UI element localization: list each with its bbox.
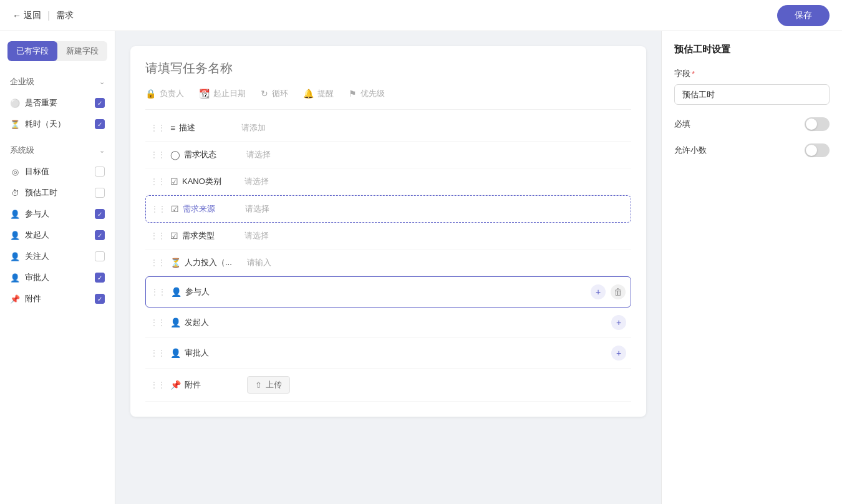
add-button[interactable]: +: [611, 346, 626, 361]
row-value[interactable]: 请添加: [241, 122, 626, 133]
upload-button[interactable]: ⇧ 上传: [247, 376, 290, 394]
drag-handle[interactable]: ⋮⋮: [150, 177, 165, 186]
drag-handle[interactable]: ⋮⋮: [150, 258, 165, 267]
section-enterprise[interactable]: 企业级 ⌄: [0, 71, 115, 92]
drag-handle[interactable]: ⋮⋮: [151, 288, 166, 296]
decimal-toggle[interactable]: [805, 143, 830, 157]
field-label: 附件: [25, 293, 41, 304]
chevron-down-icon: ⌄: [99, 78, 105, 86]
quick-field-reminder[interactable]: 🔔 提醒: [303, 88, 334, 99]
row-value[interactable]: 请选择: [244, 230, 626, 241]
row-effort: ⋮⋮ ⏳ 人力投入（... 请输入: [145, 250, 631, 276]
nav-title: 需求: [56, 10, 74, 21]
field-attachment-checkbox[interactable]: [95, 294, 105, 304]
row-approver: ⋮⋮ 👤 审批人 +: [145, 338, 631, 369]
field-follower[interactable]: 👤 关注人: [0, 246, 115, 267]
back-button[interactable]: ← 返回: [12, 10, 41, 21]
quick-field-cycle[interactable]: ↻ 循环: [261, 88, 288, 99]
field-participant-checkbox[interactable]: [95, 209, 105, 219]
delete-button[interactable]: 🗑: [611, 284, 626, 299]
row-label: 需求来源: [183, 203, 245, 215]
section-system[interactable]: 系统级 ⌄: [0, 140, 115, 161]
field-approver-checkbox[interactable]: [95, 273, 105, 283]
bell-icon: 🔔: [303, 89, 314, 99]
person-icon: 👤: [170, 317, 181, 327]
clock-icon: ⏱: [10, 188, 20, 198]
field-duration[interactable]: ⏳ 耗时（天）: [0, 114, 115, 135]
field-follower-checkbox[interactable]: [95, 251, 105, 261]
row-label: 参与人: [185, 286, 248, 298]
tab-new-field[interactable]: 新建字段: [57, 41, 107, 61]
row-label: 需求状态: [184, 149, 246, 160]
required-star: *: [692, 69, 695, 79]
cycle-icon: ↻: [261, 89, 268, 99]
quick-fields: 🔒 负责人 📆 起止日期 ↻ 循环 🔔 提醒 ⚑ 优先级: [145, 88, 631, 110]
row-value[interactable]: 请选择: [245, 203, 626, 215]
target-icon: ◎: [10, 167, 20, 177]
drag-handle[interactable]: ⋮⋮: [150, 349, 165, 357]
drag-handle[interactable]: ⋮⋮: [150, 231, 165, 240]
flag-icon: ⚑: [349, 89, 357, 99]
field-label: 关注人: [25, 251, 49, 262]
right-panel: 预估工时设置 字段 * 必填 允许小数: [661, 31, 842, 504]
row-actions: +: [611, 346, 626, 361]
tab-existing-fields[interactable]: 已有字段: [7, 41, 57, 61]
drag-handle[interactable]: ⋮⋮: [150, 318, 165, 327]
field-duration-checkbox[interactable]: [95, 119, 105, 129]
quick-field-label: 起止日期: [213, 88, 246, 99]
field-initiator[interactable]: 👤 发起人: [0, 225, 115, 246]
field-target-val[interactable]: ◎ 目标值: [0, 161, 115, 182]
drag-handle[interactable]: ⋮⋮: [150, 380, 165, 389]
row-status: ⋮⋮ ◯ 需求状态 请选择: [145, 142, 631, 168]
time-icon: ⏳: [10, 119, 20, 129]
panel-field-input[interactable]: [674, 84, 830, 105]
top-nav: ← 返回 | 需求 保存: [0, 0, 842, 31]
center-content: 🔒 负责人 📆 起止日期 ↻ 循环 🔔 提醒 ⚑ 优先级: [115, 31, 661, 504]
field-participant[interactable]: 👤 参与人: [0, 203, 115, 225]
form-rows: ⋮⋮ ≡ 描述 请添加 ⋮⋮ ◯ 需求状态 请选择 ⋮⋮ ☑ KANO类别: [145, 115, 631, 402]
row-actions: + 🗑: [591, 284, 626, 299]
field-label: 是否重要: [25, 97, 57, 109]
field-important-checkbox[interactable]: [95, 98, 105, 108]
quick-field-label: 优先级: [361, 88, 385, 99]
row-actions: +: [611, 315, 626, 330]
field-initiator-checkbox[interactable]: [95, 230, 105, 240]
field-attachment[interactable]: 📌 附件: [0, 288, 115, 309]
upload-icon: ⇧: [255, 380, 262, 390]
row-attachment: ⋮⋮ 📌 附件 ⇧ 上传: [145, 369, 631, 402]
row-value[interactable]: 请输入: [247, 257, 626, 268]
quick-field-date[interactable]: 📆 起止日期: [199, 88, 246, 99]
drag-handle[interactable]: ⋮⋮: [151, 205, 166, 213]
task-title-input[interactable]: [145, 61, 631, 75]
clip-icon: 📌: [170, 380, 181, 390]
field-label: 审批人: [25, 272, 49, 283]
quick-field-priority[interactable]: ⚑ 优先级: [349, 88, 385, 99]
form-card: 🔒 负责人 📆 起止日期 ↻ 循环 🔔 提醒 ⚑ 优先级: [130, 46, 646, 417]
field-label: 耗时（天）: [25, 119, 65, 130]
section-enterprise-label: 企业级: [10, 76, 34, 87]
row-value[interactable]: 请选择: [244, 176, 626, 187]
required-toggle[interactable]: [805, 117, 830, 131]
drag-handle[interactable]: ⋮⋮: [150, 150, 165, 159]
field-approver[interactable]: 👤 审批人: [0, 267, 115, 288]
field-estimate[interactable]: ⏱ 预估工时: [0, 182, 115, 203]
drag-handle[interactable]: ⋮⋮: [150, 124, 165, 132]
row-label: 需求类型: [182, 230, 244, 241]
add-button[interactable]: +: [611, 315, 626, 330]
quick-field-label: 循环: [272, 88, 288, 99]
field-target-val-checkbox[interactable]: [95, 167, 105, 177]
upload-label: 上传: [266, 379, 282, 390]
required-label: 必填: [674, 119, 690, 130]
field-important[interactable]: ⚪ 是否重要: [0, 92, 115, 114]
quick-field-label: 提醒: [317, 88, 334, 99]
row-type: ⋮⋮ ☑ 需求类型 请选择: [145, 223, 631, 250]
field-estimate-checkbox[interactable]: [95, 188, 105, 198]
quick-field-assignee[interactable]: 🔒 负责人: [145, 88, 184, 99]
target-icon: ⚪: [10, 98, 20, 108]
add-button[interactable]: +: [591, 284, 606, 299]
save-button[interactable]: 保存: [777, 5, 830, 26]
row-kano: ⋮⋮ ☑ KANO类别 请选择: [145, 168, 631, 195]
row-value[interactable]: 请选择: [246, 149, 626, 160]
panel-decimal-row: 允许小数: [674, 143, 830, 157]
back-label: 返回: [24, 10, 41, 21]
